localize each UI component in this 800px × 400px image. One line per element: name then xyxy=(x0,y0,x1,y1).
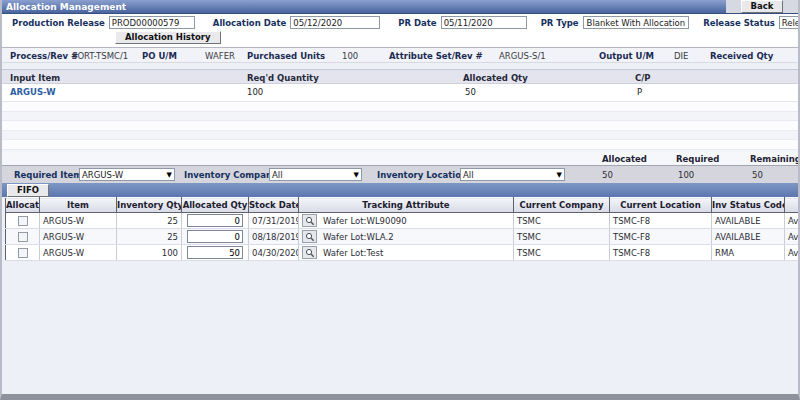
cp-col-header: C/P xyxy=(635,73,651,83)
totals-header-row: Allocated Required Remaining xyxy=(2,152,798,165)
po-summary-band: Process/Rev # SORT-TSMC/1 PO U/M WAFER P… xyxy=(2,47,798,63)
inventory-location-select[interactable]: All▼ xyxy=(460,168,565,181)
row-allocate-checkbox[interactable] xyxy=(18,232,28,242)
filters-row: Required Items ARGUS-W▼ Inventory Compan… xyxy=(2,165,798,183)
po-um-label: PO U/M xyxy=(142,51,177,61)
purchased-units-label: Purchased Units xyxy=(247,51,325,61)
stock-date-cell: 04/30/2020 xyxy=(249,245,299,261)
item-cell: ARGUS-W xyxy=(40,213,117,229)
input-item-header-row: Input Item Req'd Quantity Allocated Qty … xyxy=(2,69,798,84)
inventory-qty-cell: 25 xyxy=(117,213,182,229)
required-total-value: 100 xyxy=(678,170,694,180)
allocation-table: Allocate Item Inventory Qty Allocated Qt… xyxy=(5,197,798,261)
pr-type-value: Blanket With Allocation xyxy=(583,16,690,29)
production-release-label: Production Release xyxy=(12,18,105,28)
inventory-company-select[interactable]: All▼ xyxy=(269,168,362,181)
allocation-table-wrap: Allocate Item Inventory Qty Allocated Qt… xyxy=(2,197,798,261)
output-um-label: Output U/M xyxy=(599,51,654,61)
tracking-attribute-cell: Wafer Lot:Test xyxy=(323,248,383,258)
required-total-header: Required xyxy=(676,154,719,164)
allocation-history-button[interactable]: Allocation History xyxy=(115,31,221,44)
allocated-qty-input[interactable] xyxy=(187,246,243,259)
stock-date-col-header: Stock Date xyxy=(249,198,299,213)
purchased-units-value: 100 xyxy=(342,51,358,61)
tracking-attribute-cell: Wafer Lot:WLA.2 xyxy=(323,232,394,242)
po-um-value: WAFER xyxy=(205,51,235,61)
item-col-header: Item xyxy=(40,198,117,213)
allocated-qty-col-header: Allocated Qty xyxy=(463,73,528,83)
attribute-set-value: ARGUS-S/1 xyxy=(499,51,546,61)
title-bar: Allocation Management Back xyxy=(2,0,798,14)
current-company-cell: TSMC xyxy=(514,229,610,245)
inv-status-cell-partial: Avail xyxy=(785,213,799,229)
received-qty-label: Received Qty xyxy=(710,51,773,61)
current-company-cell: TSMC xyxy=(514,213,610,229)
magnifier-icon[interactable] xyxy=(302,246,317,259)
item-cell: ARGUS-W xyxy=(40,229,117,245)
table-row: ARGUS-W 25 08/18/2019 Wafer Lot:WLA.2 TS… xyxy=(6,229,799,245)
current-location-col-header: Current Location xyxy=(610,198,712,213)
inv-status-cell-partial: Avail xyxy=(785,245,799,261)
current-company-cell: TSMC xyxy=(514,245,610,261)
chevron-down-icon: ▼ xyxy=(557,171,562,179)
allocated-total-value: 50 xyxy=(602,170,613,180)
inventory-company-label: Inventory Company xyxy=(184,170,278,180)
allocated-qty-input[interactable] xyxy=(187,230,243,243)
pr-type-label: PR Type xyxy=(541,18,579,28)
input-item-row: ARGUS-W 100 50 P xyxy=(2,84,798,102)
row-allocate-checkbox[interactable] xyxy=(18,248,28,258)
fifo-button[interactable]: FIFO xyxy=(7,184,49,197)
pr-date-label: PR Date xyxy=(398,18,436,28)
table-row: ARGUS-W 25 07/31/2019 Wafer Lot:WL90090 … xyxy=(6,213,799,229)
inv-status-code-cell: AVAILABLE xyxy=(712,213,785,229)
allocated-total-header: Allocated xyxy=(602,154,647,164)
fifo-bar: FIFO xyxy=(2,183,798,197)
tracking-attribute-cell: Wafer Lot:WL90090 xyxy=(323,216,407,226)
stock-date-cell: 08/18/2019 xyxy=(249,229,299,245)
allocated-qty-input[interactable] xyxy=(187,214,243,227)
inv-status-code-cell: RMA xyxy=(712,245,785,261)
inventory-qty-cell: 100 xyxy=(117,245,182,261)
output-um-value: DIE xyxy=(674,51,688,61)
release-status-select[interactable]: Released▼ xyxy=(779,16,800,29)
stock-date-cell: 07/31/2019 xyxy=(249,213,299,229)
chevron-down-icon: ▼ xyxy=(354,171,359,179)
allocated-qty-value: 50 xyxy=(465,87,476,97)
production-release-input[interactable] xyxy=(109,16,195,29)
allocated-qty-col-header: Allocated Qty xyxy=(182,198,249,213)
table-row: ARGUS-W 100 04/30/2020 Wafer Lot:Test TS… xyxy=(6,245,799,261)
allocation-date-input[interactable] xyxy=(290,16,380,29)
row-allocate-checkbox[interactable] xyxy=(18,216,28,226)
page-title: Allocation Management xyxy=(2,0,726,13)
current-location-cell: TSMC-F8 xyxy=(610,245,712,261)
required-items-label: Required Items xyxy=(14,170,87,180)
inv-status-code-col-header: Inv Status Code xyxy=(712,198,785,213)
cp-value: P xyxy=(637,87,642,97)
remaining-total-value: 50 xyxy=(752,170,763,180)
input-item-col-header: Input Item xyxy=(10,73,60,83)
attribute-set-label: Attribute Set/Rev # xyxy=(389,51,483,61)
required-items-select[interactable]: ARGUS-W▼ xyxy=(79,168,175,181)
back-button[interactable]: Back xyxy=(741,0,784,13)
release-status-label: Release Status xyxy=(703,18,775,28)
empty-rows-area xyxy=(2,102,798,152)
allocate-col-header: Allocate xyxy=(6,198,40,213)
title-bar-right: Back xyxy=(726,0,798,13)
tracking-attribute-col-header: Tracking Attribute xyxy=(299,198,514,213)
inv-status-col-header-partial: In xyxy=(785,198,799,213)
chevron-down-icon: ▼ xyxy=(167,171,172,179)
item-cell: ARGUS-W xyxy=(40,245,117,261)
magnifier-icon[interactable] xyxy=(302,214,317,227)
magnifier-icon[interactable] xyxy=(302,230,317,243)
pr-date-input[interactable] xyxy=(441,16,527,29)
inv-status-code-cell: AVAILABLE xyxy=(712,229,785,245)
allocation-table-header-row: Allocate Item Inventory Qty Allocated Qt… xyxy=(6,198,799,213)
current-location-cell: TSMC-F8 xyxy=(610,213,712,229)
inventory-qty-cell: 25 xyxy=(117,229,182,245)
remaining-total-header: Remaining xyxy=(750,154,800,164)
current-location-cell: TSMC-F8 xyxy=(610,229,712,245)
input-item-link[interactable]: ARGUS-W xyxy=(10,87,56,97)
inv-status-cell-partial: Avail xyxy=(785,229,799,245)
inventory-location-label: Inventory Location xyxy=(377,170,467,180)
allocation-date-label: Allocation Date xyxy=(213,18,286,28)
